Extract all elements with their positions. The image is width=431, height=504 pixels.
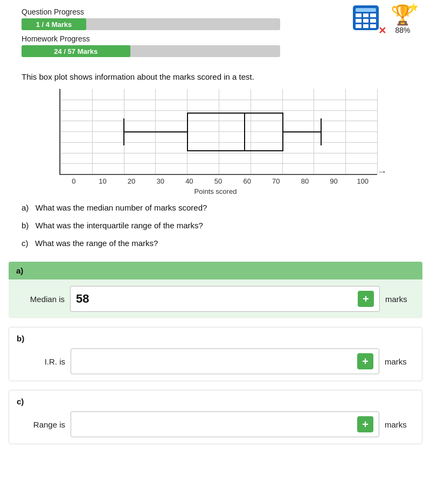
- top-section: ✕ 🏆⭐ 88% Question Progress 1 / 4 Marks H…: [0, 0, 431, 67]
- question-a-text: What was the median number of marks scor…: [36, 203, 207, 212]
- chart-grid: →: [59, 89, 377, 175]
- calc-body: [353, 5, 379, 30]
- x-label-50: 50: [204, 177, 233, 185]
- answer-row-a: Median is 58 + marks: [16, 286, 415, 312]
- question-b-text: What was the interquartile range of the …: [36, 221, 203, 230]
- answer-c-plus-btn[interactable]: +: [357, 416, 373, 432]
- question-b: b) What was the interquartile range of t…: [22, 221, 415, 230]
- homework-progress-value: 24 / 57 Marks: [54, 47, 98, 55]
- svg-rect-2: [187, 113, 283, 151]
- calc-btn-6: [370, 19, 376, 23]
- x-label-20: 20: [117, 177, 146, 185]
- question-progress-bar-bg: 1 / 4 Marks: [22, 18, 280, 30]
- answer-row-c: Range is + marks: [17, 411, 414, 437]
- answer-block-b-header: b): [17, 334, 414, 343]
- question-c: c) What was the range of the marks?: [22, 239, 415, 248]
- answer-c-label: Range is: [17, 420, 65, 429]
- answer-sections: a) Median is 58 + marks b) I.R. is +: [0, 262, 431, 444]
- x-label-40: 40: [175, 177, 204, 185]
- answer-block-b: b) I.R. is + marks: [9, 327, 422, 381]
- answer-a-input[interactable]: 58 +: [70, 286, 380, 312]
- trophy-star-icon: ⭐: [409, 3, 418, 11]
- calculator-icon[interactable]: ✕: [353, 5, 382, 34]
- answer-block-a-body: Median is 58 + marks: [9, 279, 422, 318]
- calc-btn-1: [356, 13, 362, 17]
- answer-block-a: a) Median is 58 + marks: [9, 262, 422, 318]
- answer-block-c-header: c): [17, 397, 414, 406]
- x-label-90: 90: [319, 177, 349, 185]
- plus-icon-a: +: [363, 293, 369, 305]
- x-label-10: 10: [88, 177, 117, 185]
- calc-btn-5: [363, 19, 369, 23]
- calc-btn-3: [370, 13, 376, 17]
- homework-progress-bar-fill: 24 / 57 Marks: [22, 45, 130, 57]
- calc-btn-9: [370, 24, 376, 28]
- question-a-letter: a): [22, 203, 36, 212]
- answer-a-unit: marks: [385, 295, 415, 304]
- x-label-0: 0: [59, 177, 88, 185]
- answer-b-label: I.R. is: [17, 357, 65, 366]
- x-label-30: 30: [146, 177, 175, 185]
- top-icons: ✕ 🏆⭐ 88%: [353, 5, 415, 34]
- answer-b-unit: marks: [385, 357, 414, 366]
- questions-section: a) What was the median number of marks s…: [0, 195, 431, 262]
- answer-b-input[interactable]: +: [71, 348, 379, 374]
- answer-b-plus-btn[interactable]: +: [357, 353, 373, 369]
- boxplot-svg: [60, 89, 378, 175]
- x-label-70: 70: [261, 177, 290, 185]
- answer-block-c: c) Range is + marks: [9, 390, 422, 444]
- answer-a-plus-btn[interactable]: +: [358, 291, 374, 307]
- x-label-100: 100: [348, 177, 377, 185]
- x-label-60: 60: [233, 177, 262, 185]
- question-b-letter: b): [22, 221, 36, 230]
- question-c-text: What was the range of the marks?: [35, 239, 158, 248]
- question-intro: This box plot shows information about th…: [0, 67, 431, 85]
- x-axis-arrow: →: [377, 166, 387, 178]
- trophy-percentage: 88%: [395, 26, 410, 34]
- chart-container: → 0 10 20 30 40 50 60 70 80 90 100 Point…: [43, 89, 388, 195]
- calc-btn-7: [356, 24, 362, 28]
- calc-btn-4: [356, 19, 362, 23]
- x-label-80: 80: [290, 177, 319, 185]
- calc-x-icon: ✕: [378, 25, 386, 37]
- answer-a-value: 58: [76, 292, 358, 306]
- trophy-wrap: 🏆⭐ 88%: [391, 5, 415, 34]
- answer-c-input[interactable]: +: [71, 411, 379, 437]
- question-progress-bar-fill: 1 / 4 Marks: [22, 18, 86, 30]
- homework-progress-bar-bg: 24 / 57 Marks: [22, 45, 280, 57]
- trophy-icon: 🏆⭐: [391, 5, 415, 25]
- plus-icon-b: +: [362, 355, 369, 368]
- calc-screen: [356, 8, 376, 12]
- homework-progress-label: Homework Progress: [22, 34, 420, 43]
- answer-block-a-header: a): [9, 262, 422, 279]
- x-axis-labels: 0 10 20 30 40 50 60 70 80 90 100: [59, 175, 377, 185]
- question-a: a) What was the median number of marks s…: [22, 203, 415, 212]
- calc-btn-2: [363, 13, 369, 17]
- x-axis-title: Points scored: [48, 187, 383, 195]
- answer-row-b: I.R. is + marks: [17, 348, 414, 374]
- answer-a-label: Median is: [16, 295, 65, 304]
- question-progress-value: 1 / 4 Marks: [36, 20, 72, 29]
- question-c-letter: c): [22, 239, 35, 248]
- calc-btn-8: [363, 24, 369, 28]
- answer-c-unit: marks: [385, 420, 414, 429]
- plus-icon-c: +: [362, 418, 369, 431]
